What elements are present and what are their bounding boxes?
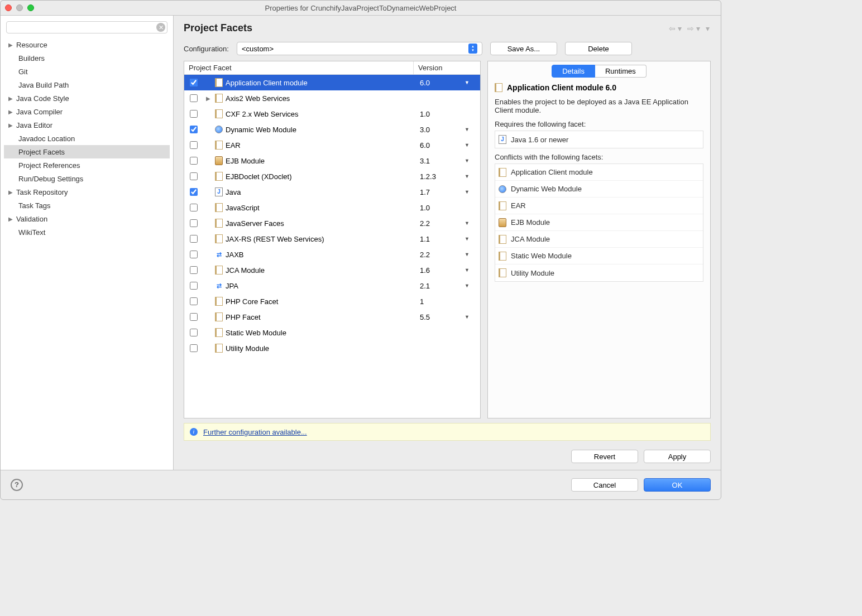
facet-row[interactable]: JCA Module1.6▼ bbox=[184, 262, 480, 278]
nav-forward-icon[interactable]: ⇨ ▾ bbox=[686, 24, 701, 33]
facet-row[interactable]: ▶Axis2 Web Services bbox=[184, 90, 480, 106]
facet-checkbox[interactable] bbox=[190, 94, 198, 102]
list-item: Static Web Module bbox=[495, 248, 703, 264]
conflicts-section: Conflicts with the following facets: App… bbox=[495, 153, 703, 282]
facet-row[interactable]: JAX-RS (REST Web Services)1.1▼ bbox=[184, 231, 480, 247]
version-dropdown-icon[interactable]: ▼ bbox=[464, 174, 480, 179]
sidebar-item-java-build-path[interactable]: Java Build Path bbox=[4, 78, 170, 92]
expand-arrow-icon: ▶ bbox=[8, 42, 16, 48]
tab-runtimes[interactable]: Runtimes bbox=[595, 65, 646, 78]
facet-row[interactable]: Utility Module bbox=[184, 340, 480, 356]
facet-checkbox[interactable] bbox=[190, 282, 198, 290]
facet-row[interactable]: Application Client module6.0▼ bbox=[184, 75, 480, 90]
sidebar-item-java-editor[interactable]: ▶Java Editor bbox=[4, 118, 170, 132]
facet-checkbox[interactable] bbox=[190, 188, 198, 196]
cancel-button[interactable]: Cancel bbox=[571, 478, 638, 492]
sidebar-item-task-repository[interactable]: ▶Task Repository bbox=[4, 185, 170, 199]
revert-button[interactable]: Revert bbox=[571, 450, 638, 463]
sidebar-item-run-debug-settings[interactable]: Run/Debug Settings bbox=[4, 172, 170, 185]
facet-row[interactable]: JavaScript1.0 bbox=[184, 200, 480, 215]
facet-checkbox[interactable] bbox=[190, 172, 198, 180]
facet-checkbox[interactable] bbox=[190, 329, 198, 336]
ok-button[interactable]: OK bbox=[644, 478, 711, 492]
version-dropdown-icon[interactable]: ▼ bbox=[464, 314, 480, 320]
version-dropdown-icon[interactable]: ▼ bbox=[464, 267, 480, 273]
list-item-label: Java 1.6 or newer bbox=[511, 136, 568, 144]
facet-checkbox[interactable] bbox=[190, 157, 198, 165]
facet-checkbox[interactable] bbox=[190, 344, 198, 352]
sidebar-item-builders[interactable]: Builders bbox=[4, 51, 170, 65]
facet-checkbox[interactable] bbox=[190, 204, 198, 211]
sidebar-item-wikitext[interactable]: WikiText bbox=[4, 225, 170, 239]
requires-list: JJava 1.6 or newer bbox=[495, 131, 703, 148]
sidebar-item-task-tags[interactable]: Task Tags bbox=[4, 199, 170, 212]
sidebar-item-label: Java Code Style bbox=[16, 94, 69, 103]
facet-row[interactable]: EJB Module3.1▼ bbox=[184, 153, 480, 169]
version-dropdown-icon[interactable]: ▼ bbox=[464, 80, 480, 85]
facet-row[interactable]: CXF 2.x Web Services1.0 bbox=[184, 106, 480, 122]
sidebar-item-resource[interactable]: ▶Resource bbox=[4, 38, 170, 51]
sidebar-item-project-references[interactable]: Project References bbox=[4, 158, 170, 172]
further-config-link[interactable]: Further configuration available... bbox=[203, 428, 307, 436]
facet-name: JAXB bbox=[224, 251, 420, 259]
configuration-select[interactable]: <custom> ▲▼ bbox=[237, 42, 482, 55]
col-project-facet[interactable]: Project Facet bbox=[184, 61, 413, 74]
facet-row[interactable]: ⇄JAXB2.2▼ bbox=[184, 247, 480, 262]
version-dropdown-icon[interactable]: ▼ bbox=[464, 142, 480, 148]
tab-details[interactable]: Details bbox=[552, 65, 595, 78]
list-item: EAR bbox=[495, 198, 703, 214]
version-dropdown-icon[interactable]: ▼ bbox=[464, 127, 480, 132]
facet-checkbox[interactable] bbox=[190, 297, 198, 305]
facet-checkbox[interactable] bbox=[190, 79, 198, 86]
facet-version: 6.0 bbox=[420, 141, 464, 150]
facet-icon-cell bbox=[213, 126, 224, 133]
version-dropdown-icon[interactable]: ▼ bbox=[464, 220, 480, 226]
facet-checkbox[interactable] bbox=[190, 126, 198, 133]
filter-input[interactable] bbox=[6, 21, 167, 33]
doc-icon bbox=[215, 344, 223, 353]
view-menu-icon[interactable]: ▾ bbox=[705, 24, 711, 33]
save-as-button[interactable]: Save As... bbox=[490, 42, 557, 55]
version-dropdown-icon[interactable]: ▼ bbox=[464, 158, 480, 163]
requires-section: Requires the following facet: JJava 1.6 … bbox=[495, 120, 703, 148]
facet-row[interactable]: ⇄JPA2.1▼ bbox=[184, 278, 480, 293]
facet-icon-cell bbox=[213, 234, 224, 243]
facet-row[interactable]: Dynamic Web Module3.0▼ bbox=[184, 122, 480, 137]
facet-icon-cell bbox=[213, 312, 224, 321]
facet-checkbox[interactable] bbox=[190, 219, 198, 227]
version-dropdown-icon[interactable]: ▼ bbox=[464, 283, 480, 288]
facet-row[interactable]: PHP Core Facet1 bbox=[184, 293, 480, 309]
sidebar-item-validation[interactable]: ▶Validation bbox=[4, 212, 170, 225]
facet-checkbox[interactable] bbox=[190, 141, 198, 149]
facet-row[interactable]: Static Web Module bbox=[184, 325, 480, 340]
delete-button[interactable]: Delete bbox=[565, 42, 632, 55]
details-description: Enables the project to be deployed as a … bbox=[495, 98, 703, 114]
facet-checkbox[interactable] bbox=[190, 266, 198, 274]
facet-checkbox[interactable] bbox=[190, 235, 198, 243]
facet-row[interactable]: JJava1.7▼ bbox=[184, 184, 480, 200]
help-icon[interactable]: ? bbox=[11, 479, 23, 491]
facet-checkbox[interactable] bbox=[190, 313, 198, 321]
col-version[interactable]: Version bbox=[413, 61, 480, 74]
apply-button[interactable]: Apply bbox=[644, 450, 711, 463]
sidebar-item-javadoc-location[interactable]: Javadoc Location bbox=[4, 132, 170, 145]
sidebar-item-project-facets[interactable]: Project Facets bbox=[4, 145, 170, 158]
facet-row[interactable]: JavaServer Faces2.2▼ bbox=[184, 215, 480, 231]
facet-row[interactable]: EAR6.0▼ bbox=[184, 137, 480, 153]
sidebar-item-git[interactable]: Git bbox=[4, 65, 170, 78]
doc-icon bbox=[499, 268, 506, 277]
version-dropdown-icon[interactable]: ▼ bbox=[464, 252, 480, 257]
version-dropdown-icon[interactable]: ▼ bbox=[464, 189, 480, 195]
list-item: EJB Module bbox=[495, 214, 703, 231]
nav-back-icon[interactable]: ⇦ ▾ bbox=[668, 24, 683, 33]
facet-name: EJBDoclet (XDoclet) bbox=[224, 172, 420, 181]
facet-checkbox[interactable] bbox=[190, 251, 198, 258]
clear-search-icon[interactable]: ✕ bbox=[156, 23, 165, 32]
facet-checkbox[interactable] bbox=[190, 110, 198, 118]
version-dropdown-icon[interactable]: ▼ bbox=[464, 236, 480, 242]
sidebar-item-label: Project References bbox=[18, 161, 80, 170]
facet-row[interactable]: PHP Facet5.5▼ bbox=[184, 309, 480, 325]
sidebar-item-java-compiler[interactable]: ▶Java Compiler bbox=[4, 105, 170, 118]
sidebar-item-java-code-style[interactable]: ▶Java Code Style bbox=[4, 92, 170, 105]
facet-row[interactable]: EJBDoclet (XDoclet)1.2.3▼ bbox=[184, 169, 480, 184]
